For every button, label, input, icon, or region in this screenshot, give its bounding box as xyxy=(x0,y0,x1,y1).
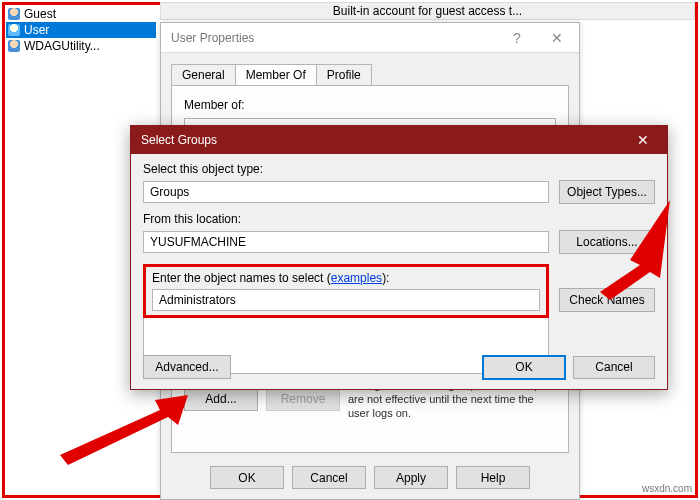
enter-names-label-post: ): xyxy=(382,271,389,285)
from-location-label: From this location: xyxy=(143,212,655,226)
tab-general[interactable]: General xyxy=(171,64,236,85)
select-groups-dialog: Select Groups ✕ Select this object type:… xyxy=(130,125,668,390)
watermark: wsxdn.com xyxy=(642,483,692,494)
help-button[interactable]: Help xyxy=(456,466,530,489)
tree-item-user[interactable]: User xyxy=(6,22,156,38)
ok-button[interactable]: OK xyxy=(210,466,284,489)
help-icon[interactable]: ? xyxy=(497,24,537,52)
annotation-highlight: Enter the object names to select (exampl… xyxy=(143,264,549,318)
close-icon[interactable]: ✕ xyxy=(537,24,577,52)
object-type-field[interactable]: Groups xyxy=(143,181,549,203)
tree-item-guest[interactable]: Guest xyxy=(6,6,156,22)
cancel-button[interactable]: Cancel xyxy=(573,356,655,379)
tree-item-wdag[interactable]: WDAGUtility... xyxy=(6,38,156,54)
tab-member-of[interactable]: Member Of xyxy=(235,64,317,85)
add-button[interactable]: Add... xyxy=(184,388,258,411)
dialog-title: User Properties xyxy=(171,31,254,45)
user-icon xyxy=(8,8,20,20)
enter-names-label: Enter the object names to select (exampl… xyxy=(152,271,540,285)
location-field[interactable]: YUSUFMACHINE xyxy=(143,231,549,253)
member-of-label: Member of: xyxy=(184,98,556,112)
tab-strip: General Member Of Profile xyxy=(171,59,579,85)
description-column: Built-in account for guest access t... xyxy=(160,2,695,20)
dialog-titlebar[interactable]: Select Groups ✕ xyxy=(131,126,667,154)
tree-item-label: WDAGUtility... xyxy=(24,39,100,53)
svg-marker-0 xyxy=(600,200,670,300)
examples-link[interactable]: examples xyxy=(331,271,382,285)
cancel-button[interactable]: Cancel xyxy=(292,466,366,489)
dialog-titlebar[interactable]: User Properties ? ✕ xyxy=(161,23,579,53)
advanced-button[interactable]: Advanced... xyxy=(143,355,231,379)
svg-marker-1 xyxy=(60,395,188,465)
annotation-arrow-icon xyxy=(600,200,680,300)
user-tree[interactable]: Guest User WDAGUtility... xyxy=(6,6,156,54)
object-type-label: Select this object type: xyxy=(143,162,655,176)
dialog-title: Select Groups xyxy=(141,133,217,147)
annotation-arrow-icon xyxy=(60,395,190,465)
close-icon[interactable]: ✕ xyxy=(623,129,663,151)
apply-button[interactable]: Apply xyxy=(374,466,448,489)
object-names-input[interactable]: Administrators xyxy=(152,289,540,311)
tree-item-label: User xyxy=(24,23,49,37)
remove-button: Remove xyxy=(266,388,340,411)
tree-item-label: Guest xyxy=(24,7,56,21)
user-icon xyxy=(8,24,20,36)
ok-button[interactable]: OK xyxy=(483,356,565,379)
tab-profile[interactable]: Profile xyxy=(316,64,372,85)
enter-names-label-pre: Enter the object names to select ( xyxy=(152,271,331,285)
user-icon xyxy=(8,40,20,52)
